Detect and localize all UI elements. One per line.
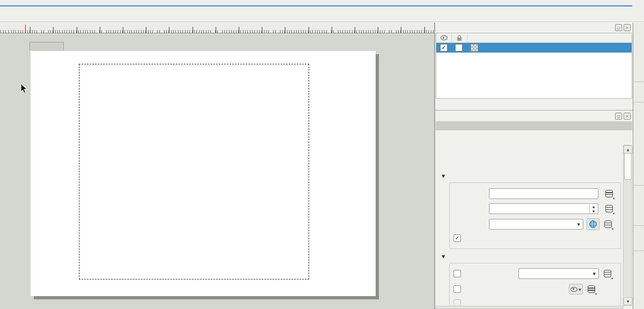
properties-panel-close-icon[interactable]: × (624, 113, 631, 120)
select-crs-button[interactable] (587, 218, 599, 230)
scale-override-button[interactable] (604, 188, 614, 199)
mouse-cursor (20, 84, 28, 94)
panel-tabbar (435, 99, 633, 111)
ruler-major-ticks (0, 27, 435, 33)
lock-layers-checkbox[interactable] (453, 285, 461, 293)
lock-checkbox[interactable] (455, 44, 463, 52)
collapse-triangle-icon: ▼ (442, 254, 445, 259)
layout-canvas[interactable] (0, 33, 435, 309)
crs-override-button[interactable] (603, 219, 613, 230)
items-table: ✓ (436, 33, 632, 99)
crs-row: ▼ (455, 218, 616, 230)
ruler-cursor-marker (25, 25, 26, 33)
page-tab (30, 42, 64, 50)
item-row-map1[interactable]: ✓ (436, 43, 632, 53)
items-panel-titlebar: ◻ × (435, 23, 633, 32)
scroll-up-icon[interactable]: ▲ (624, 145, 632, 153)
vertical-scrollbar[interactable]: ▲ ▼ (623, 145, 632, 306)
rotation-spinbox[interactable]: ▲▼ (489, 203, 598, 214)
override-icon (605, 205, 613, 212)
spinner-arrows-icon[interactable]: ▲▼ (589, 204, 597, 214)
section-layers[interactable]: ▼ (442, 254, 449, 259)
map-thumbnail-icon (471, 44, 478, 52)
items-panel-close-icon[interactable]: × (624, 24, 631, 31)
collapse-triangle-icon: ▼ (442, 174, 445, 179)
map-item[interactable] (79, 64, 309, 279)
map-theme-combobox[interactable]: ▼ (518, 268, 599, 279)
items-table-header (436, 33, 632, 43)
chevron-down-icon: ▼ (577, 223, 580, 227)
lock-layers-override-button[interactable] (586, 284, 597, 295)
follow-theme-row: ▼ (453, 268, 618, 279)
chevron-down-icon: ▼ (593, 272, 596, 276)
lock-styles-row (453, 299, 465, 306)
draw-canvas-items-row: ✓ (453, 234, 465, 242)
lock-styles-checkbox[interactable] (453, 299, 461, 306)
follow-map-theme-checkbox[interactable] (453, 270, 461, 277)
scale-row (455, 188, 616, 199)
scrollbar-thumb[interactable] (624, 153, 632, 180)
properties-scroll-area: ▼ ▲▼ ▼ ✓ (435, 145, 623, 306)
right-panel: ◻ × ✓ ◻ × ▼ (435, 23, 633, 309)
map-properties-toolbar (436, 131, 624, 143)
item-column-header (467, 33, 632, 42)
visibility-column-eye-icon (436, 33, 452, 42)
override-icon (604, 270, 611, 277)
scale-input[interactable] (489, 188, 598, 199)
section-main-properties[interactable]: ▼ (442, 174, 449, 179)
visibility-presets-button[interactable]: ▼ (569, 284, 583, 295)
override-icon (588, 285, 595, 293)
rotation-row: ▲▼ (455, 203, 616, 214)
lock-layers-row: ▼ (453, 284, 618, 295)
properties-panel-titlebar: ◻ × (435, 111, 633, 121)
crs-combobox[interactable]: ▼ (489, 219, 583, 230)
draw-canvas-items-checkbox[interactable]: ✓ (453, 234, 461, 242)
menu-bar (0, 0, 644, 4)
follow-theme-override-button[interactable] (602, 268, 613, 279)
rotation-override-button[interactable] (604, 203, 614, 214)
visibility-checkbox[interactable]: ✓ (440, 44, 448, 52)
selected-item-header (436, 121, 632, 130)
scroll-down-icon[interactable]: ▼ (624, 297, 632, 305)
lock-column-lock-icon (452, 33, 467, 42)
eye-icon (570, 287, 577, 292)
horizontal-scrollbar[interactable] (436, 306, 623, 309)
horizontal-ruler (0, 23, 435, 33)
properties-panel-float-icon[interactable]: ◻ (615, 113, 622, 120)
items-panel-float-icon[interactable]: ◻ (615, 24, 622, 31)
main-toolbar (0, 6, 644, 22)
override-icon (604, 220, 612, 228)
globe-icon (589, 220, 597, 228)
background-window-strip (633, 23, 644, 309)
override-icon (605, 190, 613, 197)
